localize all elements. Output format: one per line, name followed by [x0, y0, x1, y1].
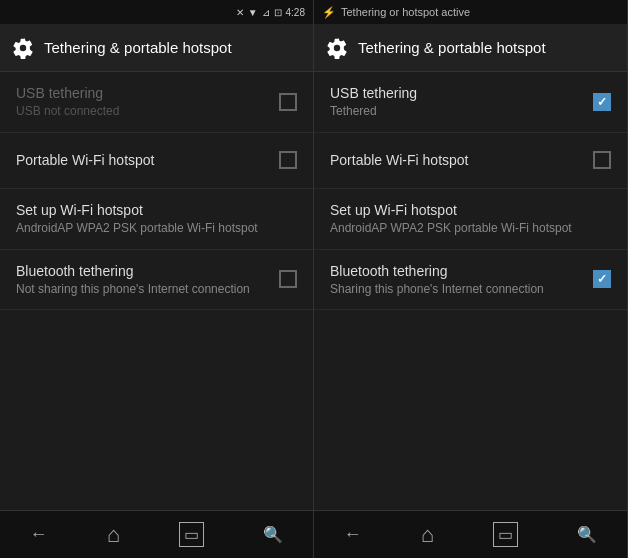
right-usb-tethering-subtitle: Tethered: [330, 104, 593, 120]
right-back-button[interactable]: ←: [344, 524, 362, 545]
right-gear-icon: [326, 37, 348, 59]
right-title-bar: Tethering & portable hotspot: [314, 24, 627, 72]
right-wifi-hotspot-item[interactable]: Portable Wi-Fi hotspot: [314, 133, 627, 189]
left-wifi-hotspot-checkbox[interactable]: [279, 151, 297, 169]
right-content: USB tethering Tethered Portable Wi-Fi ho…: [314, 72, 627, 510]
left-setup-wifi-title: Set up Wi-Fi hotspot: [16, 201, 297, 219]
left-bluetooth-subtitle: Not sharing this phone's Internet connec…: [16, 282, 279, 298]
left-usb-tethering-item[interactable]: USB tethering USB not connected: [0, 72, 313, 133]
signal-bars-icon: ⊿: [262, 7, 270, 18]
right-wifi-hotspot-checkbox[interactable]: [593, 151, 611, 169]
left-back-button[interactable]: ←: [30, 524, 48, 545]
right-nav-bar: ← ⌂ ▭ 🔍: [314, 510, 627, 558]
left-page-title: Tethering & portable hotspot: [44, 39, 232, 56]
left-wifi-hotspot-title: Portable Wi-Fi hotspot: [16, 151, 279, 169]
left-wifi-hotspot-item[interactable]: Portable Wi-Fi hotspot: [0, 133, 313, 189]
right-usb-tethering-item[interactable]: USB tethering Tethered: [314, 72, 627, 133]
right-wifi-hotspot-title: Portable Wi-Fi hotspot: [330, 151, 593, 169]
battery-icon: ⊡: [274, 7, 282, 18]
right-bluetooth-item[interactable]: Bluetooth tethering Sharing this phone's…: [314, 250, 627, 311]
left-bluetooth-checkbox[interactable]: [279, 270, 297, 288]
gear-icon: [12, 37, 34, 59]
left-search-button[interactable]: 🔍: [263, 525, 283, 544]
left-bluetooth-item[interactable]: Bluetooth tethering Not sharing this pho…: [0, 250, 313, 311]
time-display: 4:28: [286, 7, 305, 18]
left-panel: ✕ ▼ ⊿ ⊡ 4:28 Tethering & portable hotspo…: [0, 0, 314, 558]
left-usb-tethering-subtitle: USB not connected: [16, 104, 279, 120]
right-home-button[interactable]: ⌂: [421, 522, 434, 548]
left-bluetooth-title: Bluetooth tethering: [16, 262, 279, 280]
left-status-bar: ✕ ▼ ⊿ ⊡ 4:28: [0, 0, 313, 24]
left-recents-button[interactable]: ▭: [179, 522, 204, 547]
right-setup-wifi-subtitle: AndroidAP WPA2 PSK portable Wi-Fi hotspo…: [330, 221, 611, 237]
left-usb-tethering-title: USB tethering: [16, 84, 279, 102]
right-recents-button[interactable]: ▭: [493, 522, 518, 547]
left-setup-wifi-subtitle: AndroidAP WPA2 PSK portable Wi-Fi hotspo…: [16, 221, 297, 237]
right-search-button[interactable]: 🔍: [577, 525, 597, 544]
right-usb-tethering-checkbox[interactable]: [593, 93, 611, 111]
left-status-icons: ✕ ▼ ⊿ ⊡ 4:28: [236, 7, 305, 18]
tethering-notification-text: Tethering or hotspot active: [341, 6, 470, 18]
right-bluetooth-checkbox[interactable]: [593, 270, 611, 288]
signal-icon: ✕: [236, 7, 244, 18]
right-bluetooth-title: Bluetooth tethering: [330, 262, 593, 280]
left-nav-bar: ← ⌂ ▭ 🔍: [0, 510, 313, 558]
left-setup-wifi-item[interactable]: Set up Wi-Fi hotspot AndroidAP WPA2 PSK …: [0, 189, 313, 250]
tethering-notification-icon: ⚡: [322, 6, 336, 19]
left-title-bar: Tethering & portable hotspot: [0, 24, 313, 72]
right-panel: ⚡ Tethering or hotspot active Tethering …: [314, 0, 628, 558]
left-usb-tethering-checkbox[interactable]: [279, 93, 297, 111]
wifi-icon: ▼: [248, 7, 258, 18]
right-usb-tethering-title: USB tethering: [330, 84, 593, 102]
right-page-title: Tethering & portable hotspot: [358, 39, 546, 56]
right-status-bar: ⚡ Tethering or hotspot active: [314, 0, 627, 24]
left-home-button[interactable]: ⌂: [107, 522, 120, 548]
right-setup-wifi-item[interactable]: Set up Wi-Fi hotspot AndroidAP WPA2 PSK …: [314, 189, 627, 250]
right-setup-wifi-title: Set up Wi-Fi hotspot: [330, 201, 611, 219]
right-bluetooth-subtitle: Sharing this phone's Internet connection: [330, 282, 593, 298]
left-content: USB tethering USB not connected Portable…: [0, 72, 313, 510]
